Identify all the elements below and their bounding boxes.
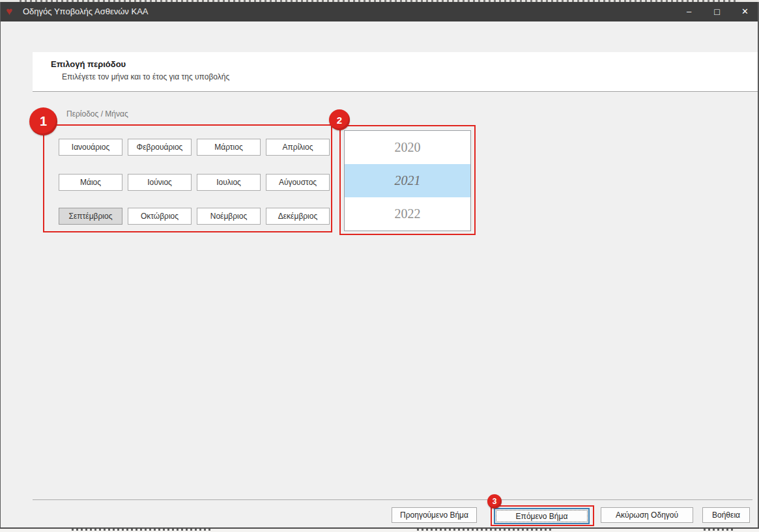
year-option[interactable]: 2022	[345, 197, 470, 231]
month-button[interactable]: Ιούνιος	[128, 174, 192, 191]
background-text-fragment	[704, 529, 733, 531]
month-button[interactable]: Φεβρουάριος	[128, 139, 192, 156]
cancel-wizard-button[interactable]: Ακύρωση Οδηγού	[601, 507, 693, 523]
wizard-header: Επιλογή περιόδου Επιλέγετε τον μήνα και …	[33, 52, 758, 92]
page-subtitle: Επιλέγετε τον μήνα και το έτος για της υ…	[62, 72, 229, 81]
help-button[interactable]: Βοήθεια	[702, 507, 750, 523]
annotation-step-3-number: 3	[493, 497, 497, 506]
year-option[interactable]: 2020	[345, 131, 470, 164]
background-text-fragment	[417, 529, 554, 531]
annotation-step-3: 3	[487, 494, 502, 509]
month-button[interactable]: Μάρτιος	[197, 139, 261, 156]
month-button[interactable]: Νοέμβριος	[197, 208, 261, 225]
annotation-step-1-number: 1	[40, 114, 47, 129]
close-icon[interactable]: ✕	[731, 2, 759, 21]
window-border-left	[0, 2, 1, 529]
month-button[interactable]: Οκτώβριος	[128, 208, 192, 225]
background-text-fragment	[72, 529, 212, 531]
page-title: Επιλογή περιόδου	[51, 59, 126, 69]
month-button[interactable]: Ιουλιος	[197, 174, 261, 191]
annotation-step-2: 2	[329, 109, 350, 130]
wizard-window: ♥ Οδηγός Υποβολής Ασθενών ΚΑΑ – □ ✕ Επιλ…	[0, 0, 759, 532]
title-bar: ♥ Οδηγός Υποβολής Ασθενών ΚΑΑ – □ ✕	[0, 2, 759, 21]
month-button[interactable]: Αύγουστος	[266, 174, 330, 191]
year-picker: 2020 2021 2022	[344, 130, 471, 231]
year-option[interactable]: 2021	[345, 164, 470, 197]
month-button[interactable]: Σεπτέμβριος	[59, 208, 122, 225]
month-button[interactable]: Μάιος	[59, 174, 122, 191]
maximize-icon[interactable]: □	[703, 2, 731, 21]
month-button[interactable]: Ιανουάριος	[59, 139, 122, 156]
footer-divider	[33, 499, 752, 500]
window-controls: – □ ✕	[675, 2, 759, 21]
annotation-step-2-number: 2	[337, 115, 342, 126]
month-button[interactable]: Δεκέμβριος	[266, 208, 330, 225]
next-step-button[interactable]: Επόμενο Βήμα	[494, 508, 590, 524]
previous-step-button[interactable]: Προηγούμενο Βήμα	[392, 507, 477, 523]
window-title: Οδηγός Υποβολής Ασθενών ΚΑΑ	[23, 2, 148, 21]
period-month-label: Περίοδος / Μήνας	[66, 109, 128, 119]
background-window-bottom-sliver	[0, 529, 759, 532]
month-button[interactable]: Απρίλιος	[266, 139, 330, 156]
app-heart-icon: ♥	[6, 5, 12, 18]
annotation-step-1: 1	[29, 107, 57, 135]
minimize-icon[interactable]: –	[675, 2, 703, 21]
